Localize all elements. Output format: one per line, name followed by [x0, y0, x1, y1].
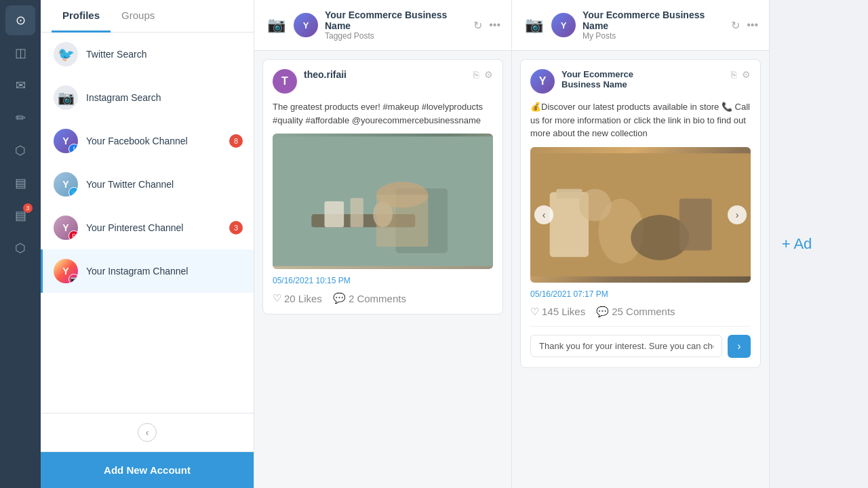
likes-count-2: 145 Likes	[542, 306, 585, 317]
post-avatar-1: T	[273, 69, 297, 94]
svg-rect-3	[351, 198, 363, 227]
nav-content[interactable]: ▤ 3	[5, 201, 35, 230]
sidebar-item-twitter-channel[interactable]: Y 🐦 Your Twitter Channel	[41, 163, 254, 206]
instagram-channel-avatar: Y 📷	[54, 259, 78, 283]
sidebar-item-instagram-search[interactable]: 📷 Instagram Search	[41, 76, 254, 119]
sidebar-item-instagram-search-label: Instagram Search	[86, 92, 243, 103]
post-archive-icon-2[interactable]: ⎘	[731, 69, 736, 80]
facebook-badge-icon: f	[68, 144, 78, 153]
sidebar-item-twitter-search-label: Twitter Search	[86, 49, 243, 60]
sidebar-item-twitter-label: Your Twitter Channel	[86, 179, 243, 190]
sidebar-collapse-button[interactable]: ‹	[138, 423, 157, 442]
post-body-1: The greatest products ever! #makeup #lov…	[273, 100, 493, 127]
post-timestamp-2: 05/16/2021 07:17 PM	[530, 289, 751, 299]
sidebar: Profiles Groups 🐦 Twitter Search 📷 Insta…	[41, 0, 254, 488]
facebook-channel-avatar: Y f	[54, 129, 78, 153]
more-button-2[interactable]: •••	[747, 19, 758, 32]
comment-icon-2: 💬	[596, 306, 609, 318]
nav-content-badge: 3	[23, 203, 33, 213]
more-button-1[interactable]: •••	[489, 19, 500, 32]
post-settings-icon-2[interactable]: ⚙	[742, 69, 751, 80]
svg-point-14	[579, 188, 612, 221]
reply-input[interactable]	[530, 335, 722, 357]
post-comments-2[interactable]: 💬 25 Comments	[596, 306, 675, 318]
post-footer-2: ♡ 145 Likes 💬 25 Comments	[530, 306, 751, 318]
reply-send-button[interactable]: ›	[728, 335, 751, 358]
svg-rect-10	[556, 188, 582, 198]
post-image-2: ‹ ›	[530, 147, 751, 283]
pinterest-channel-avatar: Y P	[54, 216, 78, 240]
heart-icon-2: ♡	[530, 306, 539, 318]
column-info-1: Your Ecommerce Business Name Tagged Post…	[325, 9, 467, 41]
column-header-tagged: 📷 Y Your Ecommerce Business Name Tagged …	[254, 0, 511, 51]
sidebar-item-facebook-channel[interactable]: Y f Your Facebook Channel 8	[41, 119, 254, 163]
column-title-2: Your Ecommerce Business Name	[583, 9, 724, 31]
post-user-info-1: theo.rifaii	[304, 69, 467, 80]
twitter-search-icon: 🐦	[54, 42, 78, 66]
post-avatar-2: Y	[530, 69, 555, 94]
post-username-1: theo.rifaii	[304, 69, 467, 80]
add-column-icon: + Ad	[782, 235, 812, 253]
sidebar-item-instagram-label: Your Instagram Channel	[86, 266, 243, 277]
sidebar-list: 🐦 Twitter Search 📷 Instagram Search Y f …	[41, 33, 254, 413]
column-actions-2: ↻ •••	[731, 19, 758, 32]
twitter-badge-icon: 🐦	[68, 187, 78, 197]
nav-network[interactable]: ⬡	[5, 136, 35, 165]
sidebar-item-twitter-search[interactable]: 🐦 Twitter Search	[41, 33, 254, 76]
sidebar-item-pinterest-label: Your Pinterest Channel	[86, 222, 221, 233]
sidebar-item-facebook-label: Your Facebook Channel	[86, 136, 221, 146]
far-left-nav: ⊙ ◫ ✉ ✏ ⬡ ▤ ▤ 3 ⬡	[0, 0, 41, 488]
column-ig-icon-1: 📷	[265, 14, 287, 36]
nav-messages[interactable]: ✉	[5, 70, 35, 100]
instagram-badge-icon: 📷	[68, 274, 78, 283]
sidebar-item-pinterest-channel[interactable]: Y P Your Pinterest Channel 3	[41, 206, 254, 249]
post-likes-1[interactable]: ♡ 20 Likes	[273, 292, 322, 304]
refresh-button-2[interactable]: ↻	[731, 19, 740, 32]
svg-rect-2	[324, 201, 344, 227]
column-subtitle-2: My Posts	[583, 31, 724, 41]
column-avatar-2: Y	[551, 13, 576, 37]
post-likes-2[interactable]: ♡ 145 Likes	[530, 306, 585, 318]
carousel-prev-button[interactable]: ‹	[534, 205, 553, 224]
sidebar-tabs: Profiles Groups	[41, 0, 254, 33]
svg-rect-13	[679, 199, 712, 250]
likes-count-1: 20 Likes	[284, 293, 322, 304]
main-content: 📷 Y Your Ecommerce Business Name Tagged …	[254, 0, 868, 488]
post-user-info-2: Your Ecommerce Business Name	[561, 69, 724, 89]
feed-column-myposts: 📷 Y Your Ecommerce Business Name My Post…	[512, 0, 770, 488]
reply-area: ›	[530, 326, 751, 358]
post-settings-icon-1[interactable]: ⚙	[484, 69, 493, 80]
column-ig-icon-2: 📷	[523, 14, 545, 36]
post-header-2: Y Your Ecommerce Business Name ⎘ ⚙	[530, 69, 751, 94]
nav-tools[interactable]: ⬡	[5, 233, 35, 263]
tab-groups[interactable]: Groups	[111, 0, 165, 33]
add-new-account-button[interactable]: Add New Account	[41, 452, 254, 488]
column-info-2: Your Ecommerce Business Name My Posts	[583, 9, 724, 41]
post-archive-icon-1[interactable]: ⎘	[473, 69, 479, 80]
column-body-1: T theo.rifaii ⎘ ⚙ The greatest products …	[254, 51, 511, 488]
tab-profiles[interactable]: Profiles	[52, 0, 111, 33]
nav-reports[interactable]: ▤	[5, 168, 35, 198]
refresh-button-1[interactable]: ↻	[473, 19, 482, 32]
post-header-1: T theo.rifaii ⎘ ⚙	[273, 69, 493, 94]
post-body-2: 💰Discover our latest products available …	[530, 100, 751, 140]
nav-compose[interactable]: ✏	[5, 103, 35, 133]
svg-rect-7	[376, 195, 428, 246]
pinterest-badge-icon: P	[68, 230, 78, 240]
nav-analytics[interactable]: ◫	[5, 38, 35, 68]
sidebar-collapse-area: ‹	[41, 413, 254, 451]
post-card-2: Y Your Ecommerce Business Name ⎘ ⚙ 💰Disc…	[520, 59, 761, 368]
sidebar-item-instagram-channel[interactable]: Y 📷 Your Instagram Channel	[41, 249, 254, 293]
comments-count-1: 2 Comments	[349, 293, 406, 304]
feed-column-tagged: 📷 Y Your Ecommerce Business Name Tagged …	[254, 0, 512, 488]
facebook-unread-badge: 8	[229, 134, 243, 148]
post-image-1	[273, 134, 493, 269]
post-card-1: T theo.rifaii ⎘ ⚙ The greatest products …	[262, 59, 503, 314]
nav-dashboard[interactable]: ⊙	[5, 5, 35, 35]
carousel-next-button[interactable]: ›	[728, 205, 747, 224]
post-comments-1[interactable]: 💬 2 Comments	[333, 292, 406, 304]
column-avatar-1: Y	[294, 13, 318, 37]
add-column-button[interactable]: + Ad	[770, 0, 824, 488]
post-footer-1: ♡ 20 Likes 💬 2 Comments	[273, 292, 493, 304]
column-subtitle-1: Tagged Posts	[325, 31, 467, 41]
